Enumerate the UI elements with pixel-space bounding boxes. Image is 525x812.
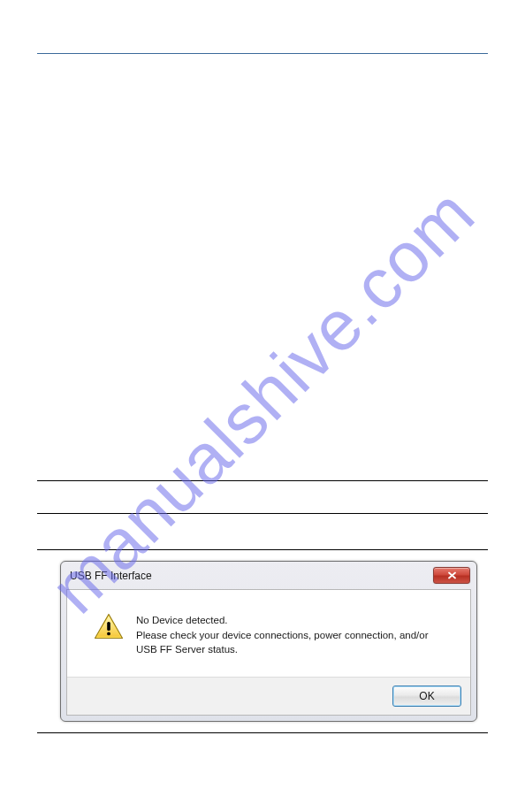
separator-rule-2: [37, 513, 488, 514]
svg-point-3: [107, 632, 110, 636]
page-content: USB FF Interface: [0, 0, 525, 812]
close-icon: [447, 571, 457, 579]
separator-rule-3: [37, 549, 488, 550]
svg-rect-2: [107, 622, 110, 631]
dialog-window: USB FF Interface: [60, 561, 477, 722]
close-button[interactable]: [433, 567, 470, 584]
dialog-titlebar[interactable]: USB FF Interface: [66, 567, 471, 589]
warning-icon: [94, 613, 124, 640]
separator-rule-4: [37, 732, 488, 733]
dialog-title: USB FF Interface: [70, 570, 152, 582]
separator-rule-1: [37, 480, 488, 481]
message-line-2: Please check your device connections, po…: [136, 630, 429, 655]
ok-button-label: OK: [419, 690, 434, 702]
dialog-message: No Device detected. Please check your de…: [136, 613, 451, 657]
message-line-1: No Device detected.: [136, 615, 228, 625]
header-rule: [37, 53, 488, 54]
dialog-message-row: No Device detected. Please check your de…: [67, 590, 470, 677]
ok-button[interactable]: OK: [392, 686, 461, 707]
dialog-button-row: OK: [67, 677, 470, 715]
dialog-client-area: No Device detected. Please check your de…: [66, 589, 471, 716]
